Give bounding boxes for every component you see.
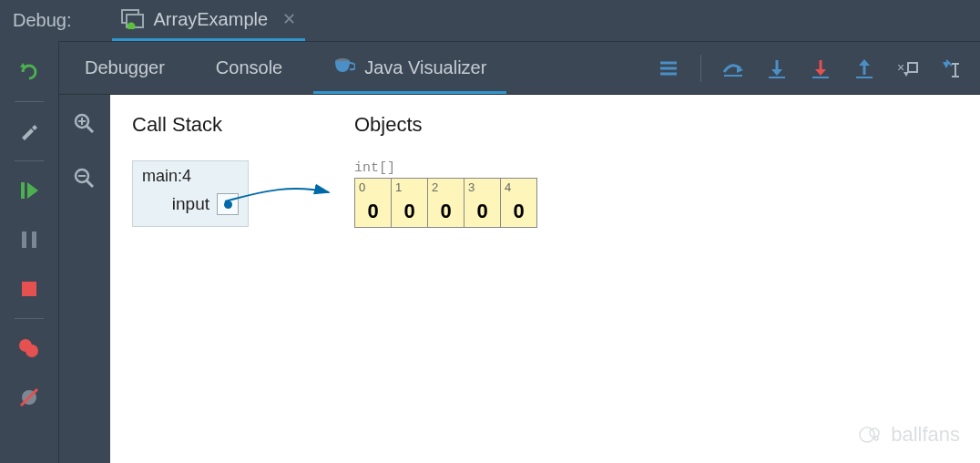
tab-label: Debugger: [85, 57, 165, 78]
variable-name: input: [172, 194, 209, 214]
array-index: 1: [392, 179, 428, 197]
run-to-cursor-button[interactable]: [940, 57, 964, 80]
svg-marker-23: [815, 69, 826, 76]
debug-label: Debug:: [13, 10, 72, 31]
array-table: 0 1 2 3 4 0 0 0 0 0: [354, 178, 537, 228]
frame-label: main:4: [142, 167, 239, 186]
svg-rect-8: [22, 282, 36, 296]
step-toolbar: ×: [657, 42, 980, 94]
drop-frame-button[interactable]: ×: [896, 57, 920, 80]
pause-button[interactable]: [11, 225, 47, 254]
svg-marker-26: [859, 59, 870, 66]
java-cup-icon: [333, 56, 355, 80]
call-stack-title: Call Stack: [132, 113, 314, 137]
application-icon: [121, 9, 145, 29]
object-type-label: int[]: [354, 160, 537, 176]
pointer-dot: [224, 201, 232, 209]
svg-text:×: ×: [897, 60, 904, 75]
array-value: 0: [355, 196, 392, 228]
tab-label: Java Visualizer: [364, 57, 486, 78]
array-index: 2: [428, 179, 464, 197]
stop-button[interactable]: [11, 274, 47, 304]
array-index: 4: [501, 179, 537, 197]
zoom-toolbar: [59, 95, 110, 463]
step-over-button[interactable]: [721, 57, 745, 80]
watermark: ballfans: [858, 423, 960, 447]
array-value: 0: [392, 196, 428, 228]
rerun-button[interactable]: [11, 57, 47, 87]
svg-line-41: [87, 180, 93, 187]
session-tab[interactable]: ArrayExample ✕: [112, 1, 306, 41]
mute-breakpoints-button[interactable]: [11, 383, 47, 412]
zoom-out-button[interactable]: [66, 164, 103, 193]
pointer-box: [217, 193, 239, 215]
watermark-text: ballfans: [891, 423, 960, 447]
call-stack-column: Call Stack main:4 input: [132, 113, 314, 228]
debug-header: Debug: ArrayExample ✕: [0, 0, 980, 41]
stack-frame[interactable]: main:4 input: [132, 160, 249, 227]
debug-tabs: Debugger Console Java Visualizer: [58, 41, 980, 94]
frame-variable: input: [142, 193, 239, 215]
svg-rect-6: [22, 232, 26, 248]
tab-debugger[interactable]: Debugger: [59, 42, 190, 94]
step-out-button[interactable]: [852, 57, 876, 80]
session-name: ArrayExample: [154, 9, 269, 30]
watermark-icon: [858, 424, 883, 446]
svg-point-45: [874, 437, 878, 440]
tab-java-visualizer[interactable]: Java Visualizer: [308, 42, 512, 94]
resume-button[interactable]: [11, 176, 47, 205]
visualizer-panel: Call Stack main:4 input: [110, 95, 980, 463]
array-index: 0: [355, 179, 392, 197]
breakpoints-button[interactable]: [11, 334, 47, 363]
show-execution-point-button[interactable]: [657, 57, 680, 80]
svg-rect-4: [21, 182, 25, 199]
svg-marker-5: [27, 182, 38, 199]
debug-left-toolbar: [0, 41, 58, 463]
step-into-button[interactable]: [765, 57, 789, 80]
force-step-into-button[interactable]: [809, 57, 832, 80]
svg-rect-7: [32, 232, 36, 248]
tab-console[interactable]: Console: [190, 42, 308, 94]
svg-line-37: [87, 126, 93, 132]
array-index: 3: [464, 179, 501, 197]
zoom-in-button[interactable]: [66, 109, 103, 139]
svg-point-10: [26, 345, 38, 357]
settings-button[interactable]: [11, 117, 47, 146]
tab-label: Console: [216, 57, 282, 78]
array-value: 0: [501, 196, 537, 228]
svg-marker-3: [20, 63, 26, 67]
close-icon[interactable]: ✕: [282, 9, 296, 29]
svg-rect-29: [908, 63, 917, 72]
array-value-row: 0 0 0 0 0: [355, 196, 537, 228]
objects-title: Objects: [354, 113, 537, 137]
objects-column: Objects int[] 0 1 2 3 4 0: [354, 113, 537, 228]
svg-marker-20: [771, 69, 782, 76]
array-value: 0: [428, 196, 464, 228]
array-value: 0: [464, 196, 501, 228]
array-index-row: 0 1 2 3 4: [355, 179, 537, 197]
